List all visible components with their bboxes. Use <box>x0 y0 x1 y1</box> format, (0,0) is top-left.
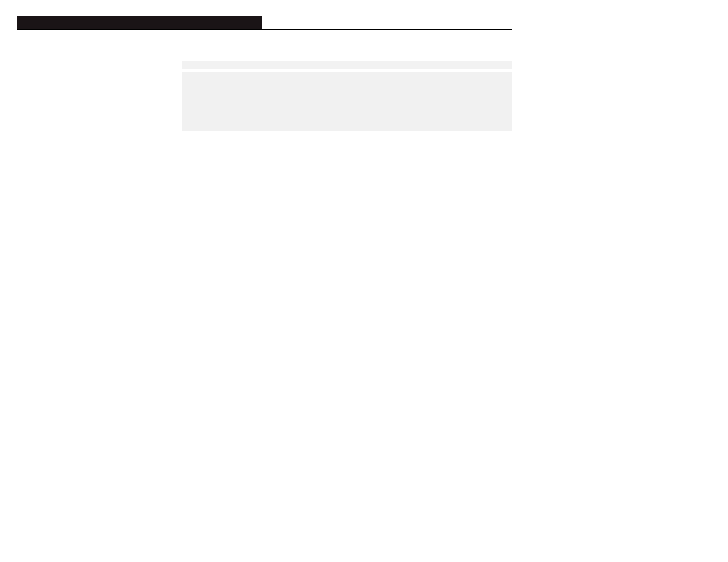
body-left-cell <box>17 61 182 131</box>
table-header-row <box>17 16 512 30</box>
table-container <box>17 16 512 131</box>
table-body-row <box>17 61 512 131</box>
header-empty-cell <box>262 16 512 29</box>
body-right-cell <box>182 61 512 131</box>
document-page <box>0 0 728 131</box>
table-spacer-row <box>17 30 512 61</box>
header-black-bar <box>17 16 262 29</box>
body-right-main-shade <box>182 72 512 131</box>
body-right-top-shade <box>182 61 512 69</box>
